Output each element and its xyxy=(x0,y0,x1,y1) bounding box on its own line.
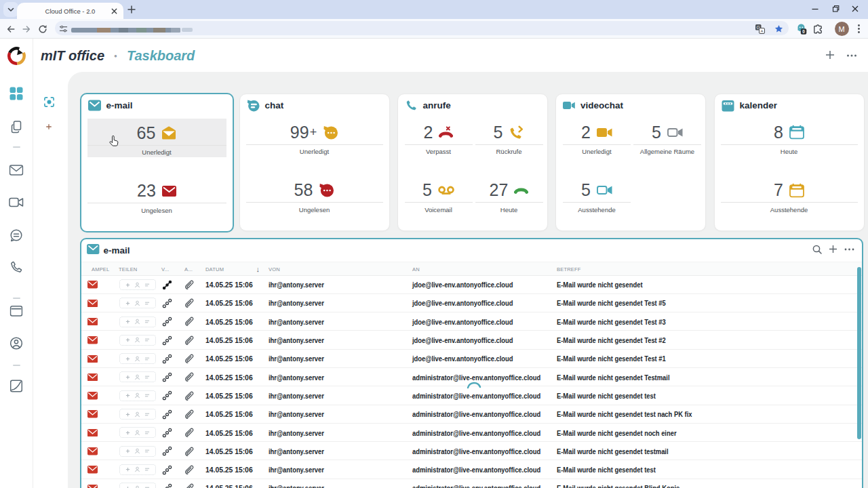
svg-text:A: A xyxy=(760,29,763,33)
svg-text:0: 0 xyxy=(802,29,805,34)
